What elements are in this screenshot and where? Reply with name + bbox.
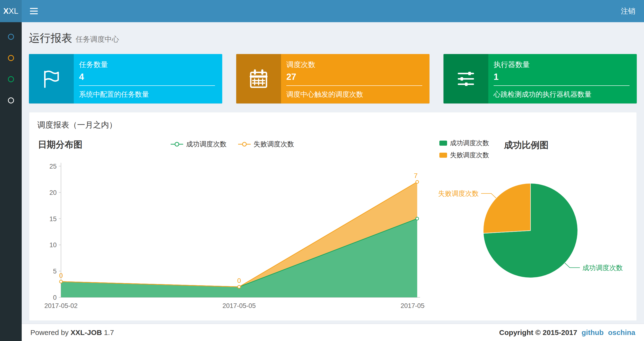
divider: [494, 85, 630, 86]
version: 1.7: [104, 328, 114, 336]
divider: [286, 85, 422, 86]
legend-line-marker-icon: [238, 141, 251, 147]
svg-text:0: 0: [237, 277, 241, 284]
copyright: Copyright © 2015-2017: [499, 328, 577, 337]
svg-text:成功调度次数: 成功调度次数: [582, 264, 623, 271]
main-content: 运行报表任务调度中心 任务数量 4 系统中配置的任务数量: [22, 22, 644, 324]
svg-text:15: 15: [50, 215, 57, 223]
pie-chart-legend: 成功调度次数失败调度次数: [440, 139, 489, 159]
page-title-text: 运行报表: [29, 31, 72, 45]
svg-text:25: 25: [50, 163, 57, 170]
content-header: 运行报表任务调度中心: [28, 26, 638, 52]
powered-by: Powered by XXL-JOB 1.7: [30, 328, 114, 337]
report-panel: 调度报表（一月之内） 日期分布图 成功调度次数失败调度次数 0510152025…: [29, 112, 637, 321]
sidebar-item-2[interactable]: [8, 55, 14, 61]
legend-item[interactable]: 失败调度次数: [440, 151, 489, 159]
legend-swatch-icon: [440, 141, 447, 146]
page-subtitle: 任务调度中心: [76, 35, 119, 44]
info-box-desc: 系统中配置的任务数量: [79, 90, 215, 99]
date-distribution-chart[interactable]: 05101520252017-05-022017-05-052017-05-08…: [34, 155, 425, 314]
info-box-title: 任务数量: [79, 60, 215, 70]
info-box-value: 27: [286, 72, 422, 82]
svg-text:20: 20: [50, 189, 57, 196]
panel-title: 调度报表（一月之内）: [29, 112, 636, 137]
page-title: 运行报表任务调度中心: [29, 31, 637, 45]
info-box-jobs: 任务数量 4 系统中配置的任务数量: [29, 54, 222, 104]
svg-text:失败调度次数: 失败调度次数: [438, 190, 479, 197]
logo-rest-text: XL: [9, 7, 18, 16]
logo-bold-text: X: [3, 7, 9, 16]
calendar-icon: [236, 54, 281, 104]
svg-text:10: 10: [50, 241, 57, 249]
info-box-triggers: 调度次数 27 调度中心触发的调度次数: [236, 54, 430, 104]
svg-text:5: 5: [53, 268, 57, 275]
svg-text:0: 0: [59, 272, 63, 279]
pie-chart-title: 成功比例图: [504, 139, 548, 151]
top-navbar: XXL 注销: [0, 0, 644, 22]
svg-text:7: 7: [414, 172, 418, 179]
svg-text:0: 0: [53, 294, 57, 301]
legend-swatch-icon: [440, 153, 447, 158]
success-ratio-section: 成功调度次数失败调度次数 成功比例图 成功调度次数失败调度次数: [430, 139, 630, 315]
legend-line-marker-icon: [170, 141, 184, 147]
success-ratio-chart[interactable]: 成功调度次数失败调度次数: [434, 159, 627, 299]
info-box-title: 调度次数: [286, 60, 422, 70]
sidebar-item-3[interactable]: [8, 76, 14, 82]
legend-item[interactable]: 成功调度次数: [170, 140, 226, 149]
line-chart-legend: 成功调度次数失败调度次数: [170, 140, 294, 149]
svg-text:2017-05-02: 2017-05-02: [44, 302, 78, 309]
info-box-desc: 心跳检测成功的执行器机器数量: [494, 90, 630, 99]
svg-text:2017-05-08: 2017-05-08: [400, 302, 425, 309]
sidebar-toggle-button[interactable]: [22, 0, 46, 22]
info-box-value: 4: [79, 72, 215, 82]
sidebar-item-1[interactable]: [8, 34, 14, 40]
footer: Powered by XXL-JOB 1.7 Copyright © 2015-…: [22, 324, 644, 341]
info-box-executors: 执行器数量 1 心跳检测成功的执行器机器数量: [444, 54, 637, 104]
legend-item[interactable]: 成功调度次数: [440, 139, 489, 147]
sidebar: [0, 22, 22, 341]
charts-row: 日期分布图 成功调度次数失败调度次数 05101520252017-05-022…: [29, 137, 636, 315]
flag-icon: [29, 54, 74, 104]
sidebar-item-4[interactable]: [8, 97, 14, 104]
brand-name: XXL-JOB: [70, 328, 102, 336]
app-logo[interactable]: XXL: [0, 0, 22, 22]
legend-item[interactable]: 失败调度次数: [238, 140, 294, 149]
info-box-value: 1: [494, 72, 630, 82]
github-link[interactable]: github: [582, 328, 604, 337]
svg-text:2017-05-05: 2017-05-05: [222, 302, 256, 309]
divider: [79, 85, 215, 86]
sliders-icon: [444, 54, 488, 104]
summary-boxes: 任务数量 4 系统中配置的任务数量 调度次数 27 调度中心: [29, 54, 637, 104]
oschina-link[interactable]: oschina: [608, 328, 635, 337]
info-box-title: 执行器数量: [494, 60, 630, 70]
date-distribution-section: 日期分布图 成功调度次数失败调度次数 05101520252017-05-022…: [34, 139, 430, 315]
info-box-desc: 调度中心触发的调度次数: [286, 90, 422, 99]
hamburger-icon: [30, 8, 38, 9]
logout-button[interactable]: 注销: [612, 0, 644, 22]
